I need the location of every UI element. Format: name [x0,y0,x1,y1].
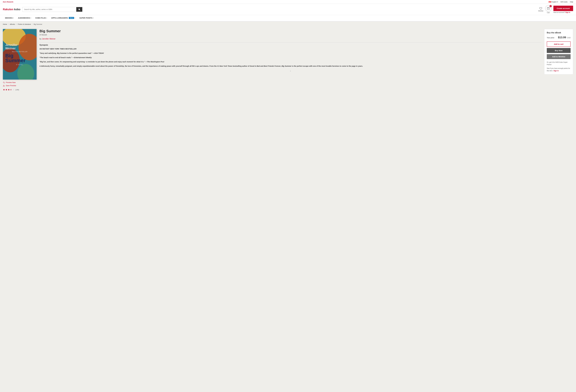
synopsis-body: A deliciously funny, remarkably poignant… [39,65,541,68]
nav-kobo-plus-label: KOBO PLUS [35,17,46,19]
breadcrumb-sep: / [16,23,17,25]
left-column: JenniferWeiner New York BESTSELLER BigSu… [3,29,37,91]
breadcrumb-sep: / [8,23,9,25]
price-row: Your price $13.99 CAD [547,36,571,39]
book-title: Big Summer [39,29,541,33]
synopsis-line1: AN INSTANT NEW YORK TIMES BESTSELLER [39,48,541,50]
price-value-group: $13.99 CAD [558,36,571,39]
breadcrumb-current: Big Summer [34,23,42,25]
breadcrumb-home[interactable]: Home [3,23,7,25]
breadcrumb: Home / eBooks / Fiction & Literature / B… [0,21,576,27]
chevron-down-icon: ▾ [13,17,14,19]
search-button[interactable] [76,7,82,12]
cover-title-large: BigSummer [5,53,34,63]
cover-novel: A NOVEL [5,64,34,65]
logo-rakuten: Rakuten [3,8,13,11]
wishlist-label: Wishlist [538,10,543,12]
search-input[interactable] [22,7,76,12]
rating-row: ★ ★ ★ ★ ★ (146) [3,88,37,91]
header-right: Wishlist 1 Cart Create account Have an a… [538,5,573,13]
nav-super-points[interactable]: SUPER POINTS ▾ [77,15,96,21]
chevron-down-icon: ▾ [557,1,558,3]
breadcrumb-sep: / [32,23,33,25]
star-5: ★ [12,88,15,91]
star-half: ★ [10,88,12,91]
synopsis-text: AN INSTANT NEW YORK TIMES BESTSELLER "Se… [39,48,541,68]
language-selector[interactable]: 🇨🇦 English ▾ [549,1,558,3]
cart-circle: 1 [545,5,551,12]
main-content: JenniferWeiner New York BESTSELLER BigSu… [0,27,576,96]
synopsis-heading: Synopsis [39,44,541,46]
download-icon [3,85,5,87]
nav-ebooks-label: eBOOKS [5,17,12,19]
buy-title: Buy the eBook [547,31,571,34]
book-cover: JenniferWeiner New York BESTSELLER BigSu… [3,29,37,80]
nav-super-points-label: SUPER POINTS [79,17,92,19]
add-to-cart-button[interactable]: Add to cart [547,41,571,47]
create-account-button[interactable]: Create account [553,6,573,11]
sign-in-link[interactable]: Sign in [565,12,570,13]
price-label: Your price [547,37,554,39]
search-bar [22,7,82,12]
have-account-text: Have an account? [553,12,565,13]
logo-text: Rakuten kobo [3,8,20,11]
help-link[interactable]: Help [570,1,573,3]
sale-badge: SALE [69,17,74,19]
breadcrumb-fiction[interactable]: Fiction & Literature [18,23,31,25]
price-value: $13.99 [558,36,566,39]
buy-now-button[interactable]: Buy Now [547,48,571,53]
canada-flag-icon: 🇨🇦 [549,1,551,3]
book-author: by Jennifer Weiner [39,38,541,40]
buy-box: Buy the eBook Your price $13.99 CAD Add … [544,29,573,74]
chevron-down-icon: ▾ [93,17,93,19]
star-2: ★ [5,88,7,91]
header: Rakuten kobo Wishlist 1 Cart Create acco… [0,4,576,15]
nav-apps-ereaders[interactable]: APPS & eREADERS SALE ▾ [49,15,77,21]
breadcrumb-ebooks[interactable]: eBooks [10,23,15,25]
right-column: Buy the eBook Your price $13.99 CAD Add … [544,29,573,91]
synopsis-quote3: "Big fun, and then some. It's empowering… [39,60,541,63]
add-to-wishlist-button[interactable]: Add to Wishlist [547,54,571,59]
wishlist-button[interactable]: Wishlist [538,7,543,12]
price-currency: CAD [567,37,571,39]
author-link[interactable]: Jennifer Weiner [42,38,56,40]
logo[interactable]: Rakuten kobo [3,8,20,11]
chevron-down-icon: ▾ [46,17,47,19]
svg-line-4 [4,83,5,83]
synopsis-quote2: "The beach read to end all beach reads."… [39,56,541,59]
scroll-down-indicator: ↓ [39,70,541,72]
star-3: ★ [8,88,10,91]
rating-count: (146) [15,89,19,91]
stars: ★ ★ ★ ★ ★ [3,88,15,91]
nav-audiobooks-label: AUDIOBOOKS [18,17,30,19]
logo-kobo: kobo [13,8,21,11]
header-actions: Create account Have an account? Sign in [553,6,573,13]
nav-ebooks[interactable]: eBOOKS ▾ [3,15,16,21]
top-bar-right: 🇨🇦 English ▾ Gift Cards Help [549,1,573,3]
cover-author: JenniferWeiner [5,43,34,50]
nav-audiobooks[interactable]: AUDIOBOOKS ▾ [16,15,33,21]
sign-in-points-link[interactable]: Sign in [553,70,559,72]
top-bar: Earn Rewards 🇨🇦 English ▾ Gift Cards Hel… [0,0,576,4]
heart-icon [539,7,542,10]
language-label: English [551,1,557,3]
kobo-points-text: Or, get it for 6400 Kobo Super Points! [547,61,571,66]
main-nav: eBOOKS ▾ AUDIOBOOKS ▾ KOBO PLUS ▾ APPS &… [0,15,576,21]
cart-button[interactable]: 1 Cart [545,5,551,13]
chevron-down-icon: ▾ [74,17,75,19]
cover-art: JenniferWeiner New York BESTSELLER BigSu… [3,29,37,80]
preview-now-label: Preview Now [6,82,16,83]
synopsis-quote1: "Sexy and satisfying, Big Summer is the … [39,52,541,55]
cart-badge: 1 [549,5,552,7]
chevron-down-icon: ▾ [30,17,31,19]
gift-cards-link[interactable]: Gift Cards [560,1,568,3]
book-subtitle: A Novel [39,33,541,36]
save-preview-button[interactable]: Save Preview [3,85,37,87]
search-preview-icon [3,82,5,83]
sign-in-row: Have an account? Sign in [553,12,570,13]
svg-line-1 [80,10,80,10]
preview-now-button[interactable]: Preview Now [3,82,37,83]
sign-in-points: See if you have enough points for this i… [547,67,571,72]
nav-kobo-plus[interactable]: KOBO PLUS ▾ [33,15,49,21]
author-prefix: by [39,38,41,40]
